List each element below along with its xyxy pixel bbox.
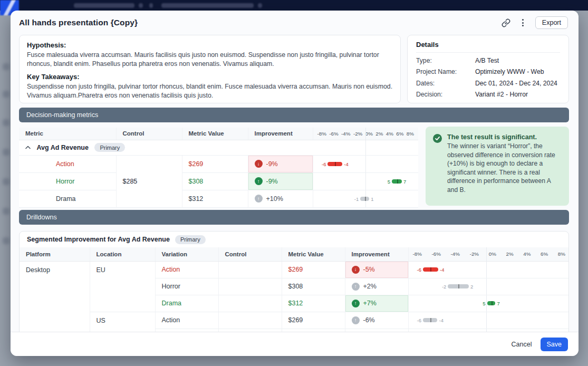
improvement-interval-chart: -6-4 [313,156,419,172]
col-header-improvement: Improvement [345,247,408,261]
axis-tick-label: -2% [470,251,479,257]
share-link-button[interactable] [502,18,510,27]
detail-label: Project Name: [416,68,475,75]
bar-right-label: 2 [469,284,473,290]
improvement-value: -9% [266,178,278,185]
hypothesis-card: Hypothesis: Fusce malesuada viverra accu… [19,35,401,103]
bar-left-label: -6 [417,317,423,323]
background-app-topbar [0,0,588,11]
col-header-metric-value: Metric Value [182,128,248,140]
metric-group-name: Avg Ad Revenue [36,144,88,151]
cancel-button[interactable]: Cancel [512,341,532,348]
axis-tick-label: 2% [506,251,513,257]
detail-row-project: Project Name: Optimizely WWW - Web [416,68,560,75]
detail-label: Decision: [416,91,475,98]
improvement-cell: ↓-9% [248,155,313,172]
arrow-up-icon: ↑ [352,283,360,291]
segmented-table: Platform Location Variation Control Metr… [20,247,569,346]
location-cell: EU [90,261,155,312]
col-header-variation: Variation [155,247,218,261]
significance-body: The winner is variant “Horror”, the obse… [447,142,562,194]
improvement-interval-chart: -11 [313,190,419,207]
export-button[interactable]: Export [535,16,568,29]
detail-row-type: Type: A/B Test [416,57,560,64]
variation-name: Horror [19,172,116,190]
chart-axis-header: -8%-6%-4%-2%0%2%4%6%8% [408,247,569,261]
segmented-title-row: Segmented Improvement for Avg Ad Revenue… [20,232,568,247]
header-actions: Export [502,16,568,29]
col-header-metric-value: Metric Value [282,247,345,261]
sidebar-icon-blur [3,91,9,98]
primary-badge: Primary [94,143,125,152]
detail-label: Type: [416,57,475,64]
variation-name: Action [155,261,218,278]
improvement-cell: ↓-5% [345,261,408,278]
chart-cell: -22 [408,278,569,295]
chart-axis-header: -8%-6%-4%-2%0%2%4%6%8% [313,128,418,140]
detail-label: Dates: [416,80,475,87]
detail-row-decision: Decision: Variant #2 - Horror [416,91,560,98]
bar-left-label: -2 [442,284,448,290]
key-takeaways-body: Suspendisse non justo fringilla, pulvina… [27,82,393,100]
metric-value: $269 [282,261,345,278]
metric-value: $308 [182,172,248,190]
arrow-down-icon: ↓ [255,160,263,168]
breadcrumb-caret-blur [139,3,143,8]
bar-right-label: 7 [402,178,406,184]
chart-cell: -6-4 [408,312,569,329]
col-header-improvement: Improvement [248,128,313,140]
improvement-interval-chart: 57 [409,295,570,312]
metric-value: $308 [282,278,345,295]
success-check-icon [433,134,442,143]
axis-tick-label: 2% [375,131,383,137]
chart-cell: 57 [408,295,569,312]
axis-tick-label: 8% [407,131,414,137]
bar-left-label: -6 [417,267,423,273]
significance-panel: The test result is significant. The winn… [426,127,569,206]
improvement-interval-chart: -22 [409,278,570,295]
metric-group-row[interactable]: Avg Ad Revenue Primary [19,140,418,155]
axis-tick-label: -6% [432,251,441,257]
detail-row-dates: Dates: Dec 01, 2024 - Dec 24, 2024 [416,80,560,87]
segment-row: Desktop EU Action $269 ↓-5% -6-4 [20,261,569,278]
sidebar-icon-blur [3,119,9,126]
bar-right-label: -4 [437,317,443,323]
axis-tick-label: -4% [451,251,460,257]
interval-bar [360,197,369,201]
chart-cell: 57 [313,172,418,190]
metric-value: $269 [282,312,345,329]
arrow-up-icon: ↑ [255,177,263,185]
page-title: All hands presentation {Copy} [19,18,138,27]
details-card: Details Type: A/B Test Project Name: Opt… [407,35,569,103]
save-button[interactable]: Save [541,338,568,351]
chart-cell-empty [313,140,418,155]
decision-metrics-table: Metric Control Metric Value Improvement … [19,128,418,208]
table-row-horror: Horror $308 ↑-9% 57 [19,172,418,190]
kebab-icon [522,19,524,21]
bar-left-label: 5 [483,301,487,306]
hypothesis-heading: Hypothesis: [27,41,393,49]
variation-name: Drama [155,295,218,312]
bar-left-label: -1 [354,196,360,201]
improvement-value: +7% [363,300,377,307]
improvement-value: -6% [363,316,375,324]
axis-tick-label: 4% [523,251,531,257]
chart-axis: -8%-6%-4%-2%0%2%4%6%8% [409,247,570,261]
improvement-value: +2% [363,283,377,290]
interval-bar [423,318,437,322]
more-options-button[interactable] [520,18,526,27]
arrow-up-icon: ↑ [352,300,360,307]
interval-bar [392,179,402,184]
variation-name: Horror [155,278,218,295]
sidebar-icon-blur [3,178,9,185]
axis-tick-label: 6% [541,251,548,257]
metric-value: $312 [182,190,248,207]
bar-right-label: 1 [369,196,373,201]
axis-tick-label: 0% [365,131,373,137]
chart-cell: -6-4 [408,261,569,278]
control-value: $285 [116,155,182,207]
improvement-value: -5% [363,266,375,273]
axis-tick-label: 4% [386,131,393,137]
bar-right-label: 7 [495,301,499,306]
chevron-up-icon[interactable] [25,146,31,149]
